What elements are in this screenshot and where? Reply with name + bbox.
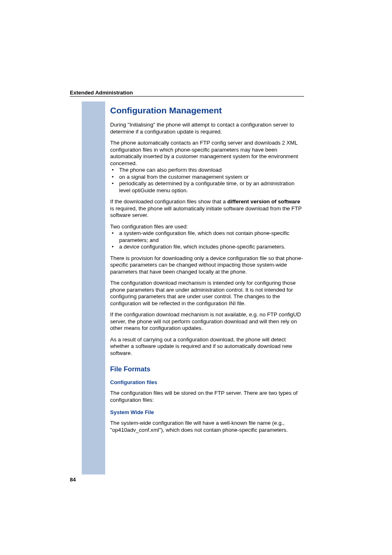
paragraph: During "Initialising" the phone will att… — [110, 122, 304, 135]
list-item: a device configuration file, which inclu… — [110, 244, 304, 251]
paragraph: Two configuration files are used: — [110, 223, 304, 230]
list-item: a system-wide configuration file, which … — [110, 230, 304, 244]
paragraph: As a result of carrying out a configurat… — [110, 336, 304, 357]
text-run: If the downloaded configuration files sh… — [110, 198, 227, 205]
page-header: Extended Administration — [70, 90, 304, 96]
page-content: Configuration Management During "Initial… — [110, 105, 304, 438]
bold-text: different version of software — [227, 198, 300, 205]
paragraph: If the downloaded configuration files sh… — [110, 198, 304, 219]
paragraph: The configuration files will be stored o… — [110, 390, 304, 403]
header-rule — [70, 96, 304, 97]
page-number: 84 — [70, 477, 76, 483]
bullet-list: The phone can also perform this download… — [110, 167, 304, 194]
paragraph: The configuration download mechanism is … — [110, 280, 304, 307]
heading-configuration-files: Configuration files — [110, 379, 304, 386]
bullet-list: a system-wide configuration file, which … — [110, 230, 304, 251]
paragraph: If the configuration download mechanism … — [110, 311, 304, 332]
list-item: periodically as determined by a configur… — [110, 180, 304, 194]
heading-config-management: Configuration Management — [110, 105, 304, 116]
paragraph: The phone automatically contacts an FTP … — [110, 140, 304, 167]
heading-file-formats: File Formats — [110, 365, 304, 373]
heading-system-wide-file: System Wide File — [110, 409, 304, 416]
text-run: is required, the phone will automaticall… — [110, 205, 302, 219]
list-item: on a signal from the customer management… — [110, 174, 304, 181]
margin-highlight-bar — [82, 101, 105, 474]
list-item: The phone can also perform this download — [110, 167, 304, 174]
section-title: Extended Administration — [70, 90, 304, 96]
paragraph: There is provision for downloading only … — [110, 255, 304, 276]
paragraph: The system-wide configuration file will … — [110, 420, 304, 433]
